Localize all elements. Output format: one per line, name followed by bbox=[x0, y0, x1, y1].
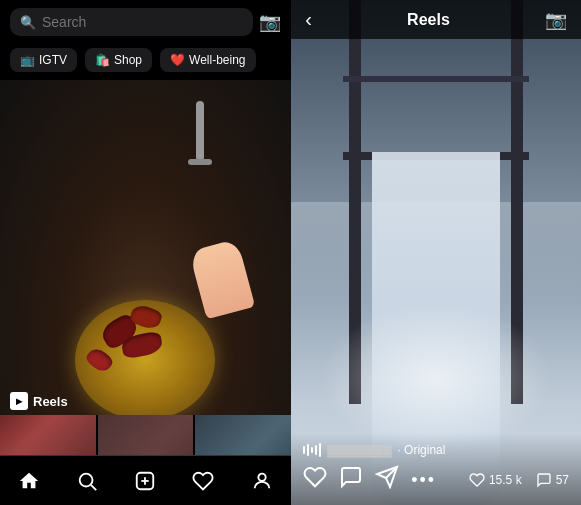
reels-icon bbox=[10, 392, 28, 410]
filter-row: 📺 IGTV 🛍️ Shop ❤️ Well-being bbox=[0, 44, 291, 80]
svg-line-1 bbox=[91, 485, 96, 490]
wave-4 bbox=[315, 445, 317, 455]
shop-icon: 🛍️ bbox=[95, 53, 110, 67]
crossbar-top bbox=[343, 76, 528, 82]
left-actions: ••• bbox=[303, 465, 436, 495]
nav-heart[interactable] bbox=[188, 466, 218, 496]
svg-point-0 bbox=[80, 473, 93, 486]
comments-stat: 57 bbox=[536, 472, 569, 488]
blurred-audio-name: ▓▓▓▓▓▓▓▓ bbox=[327, 444, 391, 456]
reels-title: Reels bbox=[407, 11, 450, 29]
camera-icon-left[interactable]: 📷 bbox=[259, 11, 281, 33]
filter-igtv[interactable]: 📺 IGTV bbox=[10, 48, 77, 72]
nav-search[interactable] bbox=[72, 466, 102, 496]
like-button[interactable] bbox=[303, 465, 327, 495]
bottom-nav bbox=[0, 455, 291, 505]
right-panel: ‹ Reels 📷 ▓▓▓▓▓▓▓▓ · Original bbox=[291, 0, 581, 505]
wellbeing-label: Well-being bbox=[189, 53, 245, 67]
filter-wellbeing[interactable]: ❤️ Well-being bbox=[160, 48, 255, 72]
search-icon: 🔍 bbox=[20, 15, 36, 30]
igtv-icon: 📺 bbox=[20, 53, 35, 67]
likes-stat: 15.5 k bbox=[469, 472, 522, 488]
camera-icon-right[interactable]: 📷 bbox=[545, 9, 567, 31]
search-input[interactable] bbox=[42, 14, 243, 30]
audio-bar: ▓▓▓▓▓▓▓▓ · Original bbox=[303, 443, 569, 457]
add-icon bbox=[134, 470, 156, 492]
svg-point-5 bbox=[258, 473, 265, 480]
right-stats: 15.5 k 57 bbox=[469, 472, 569, 488]
comments-count: 57 bbox=[556, 473, 569, 487]
igtv-label: IGTV bbox=[39, 53, 67, 67]
left-header: 🔍 📷 bbox=[0, 0, 291, 44]
comment-button[interactable] bbox=[339, 465, 363, 495]
audio-waves bbox=[303, 443, 321, 457]
left-panel: 🔍 📷 📺 IGTV 🛍️ Shop ❤️ Well-being bbox=[0, 0, 291, 505]
waterfall-mist bbox=[320, 303, 552, 455]
waterfall-video bbox=[291, 0, 581, 505]
action-row: ••• 15.5 k 57 bbox=[303, 465, 569, 495]
profile-icon bbox=[251, 470, 273, 492]
wave-3 bbox=[311, 447, 313, 453]
nav-add[interactable] bbox=[130, 466, 160, 496]
wave-1 bbox=[303, 446, 305, 454]
right-header: ‹ Reels 📷 bbox=[291, 0, 581, 39]
home-icon bbox=[18, 470, 40, 492]
search-bar[interactable]: 🔍 bbox=[10, 8, 253, 36]
wave-5 bbox=[319, 443, 321, 457]
wellbeing-icon: ❤️ bbox=[170, 53, 185, 67]
reels-badge: Reels bbox=[10, 392, 68, 410]
share-button[interactable] bbox=[375, 465, 399, 495]
nav-home[interactable] bbox=[14, 466, 44, 496]
back-button[interactable]: ‹ bbox=[305, 8, 312, 31]
main-content-left: Reels bbox=[0, 80, 291, 505]
heart-icon bbox=[192, 470, 214, 492]
shop-label: Shop bbox=[114, 53, 142, 67]
wave-2 bbox=[307, 444, 309, 456]
faucet bbox=[196, 101, 204, 161]
filter-shop[interactable]: 🛍️ Shop bbox=[85, 48, 152, 72]
right-bottom-ui: ▓▓▓▓▓▓▓▓ · Original bbox=[291, 433, 581, 505]
like-icon bbox=[303, 465, 327, 489]
likes-count: 15.5 k bbox=[489, 473, 522, 487]
comment-icon bbox=[339, 465, 363, 489]
comments-icon bbox=[536, 472, 552, 488]
nav-profile[interactable] bbox=[247, 466, 277, 496]
original-label: · Original bbox=[397, 443, 445, 457]
search-nav-icon bbox=[76, 470, 98, 492]
reels-label: Reels bbox=[33, 394, 68, 409]
share-icon bbox=[375, 465, 399, 489]
more-button[interactable]: ••• bbox=[411, 470, 436, 491]
likes-icon bbox=[469, 472, 485, 488]
